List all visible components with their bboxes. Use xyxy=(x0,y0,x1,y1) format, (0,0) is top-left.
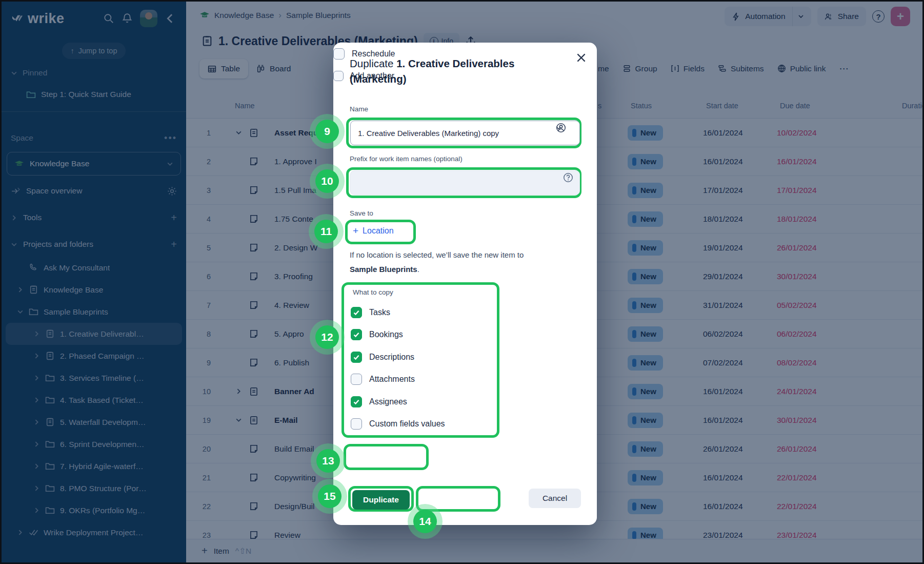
checkbox[interactable] xyxy=(351,307,362,318)
check-icon xyxy=(353,309,360,316)
annotation-badge-10: 10 xyxy=(315,169,339,193)
reschedule-checkbox[interactable] xyxy=(333,48,345,60)
copy-option-label: Bookings xyxy=(369,330,403,339)
checkbox[interactable] xyxy=(351,329,362,340)
annotation-badge-13: 13 xyxy=(316,449,340,473)
dialog-title-prefix: Duplicate xyxy=(350,57,396,69)
add-location-label: Location xyxy=(363,226,394,236)
what-to-copy-label: What to copy xyxy=(353,288,393,296)
annotation-badge-15: 15 xyxy=(318,484,342,508)
check-icon xyxy=(353,354,360,361)
copy-option-row[interactable]: Attachments xyxy=(351,368,489,391)
location-hint: If no location is selected, we’ll save t… xyxy=(350,248,570,277)
copy-option-row[interactable]: Tasks xyxy=(351,301,489,324)
checkbox[interactable] xyxy=(351,396,362,407)
chevron-down-icon xyxy=(556,125,561,131)
checkbox[interactable] xyxy=(351,352,362,363)
copy-option-row[interactable]: Bookings xyxy=(351,324,489,346)
prefix-input[interactable] xyxy=(350,170,580,195)
save-to-label: Save to xyxy=(350,209,373,217)
cancel-button-label: Cancel xyxy=(543,494,567,503)
copy-option-label: Assignees xyxy=(369,397,407,406)
annotation-badge-14: 14 xyxy=(413,510,437,533)
copy-option-row[interactable]: Descriptions xyxy=(351,346,489,368)
cancel-button[interactable]: Cancel xyxy=(529,489,581,508)
add-another-checkbox[interactable] xyxy=(333,71,344,81)
hint-default-location: Sample Blueprints xyxy=(350,265,417,274)
hint-line1: If no location is selected, we’ll save t… xyxy=(350,250,524,259)
check-icon xyxy=(353,398,360,405)
annotation-ring-reschedule xyxy=(344,444,429,470)
copy-option-label: Attachments xyxy=(369,375,415,384)
name-input[interactable] xyxy=(350,121,580,145)
copy-option-row[interactable]: Custom fields values xyxy=(351,413,489,436)
copy-option-label: Descriptions xyxy=(369,353,414,362)
annotation-ring-add-another xyxy=(416,486,500,512)
duplicate-button[interactable]: Duplicate xyxy=(352,490,410,510)
wrike-app-screen: wrike ↑ Jump to top Pinned xyxy=(0,0,924,564)
annotation-badge-11: 11 xyxy=(314,220,338,243)
plus-icon: + xyxy=(353,225,358,237)
copy-option-label: Custom fields values xyxy=(369,419,445,429)
annotation-badge-12: 12 xyxy=(315,325,339,349)
copy-option-label: Tasks xyxy=(369,308,390,317)
duplicate-button-label: Duplicate xyxy=(363,495,399,504)
prefix-field-label: Prefix for work item names (optional) xyxy=(350,155,463,163)
close-icon[interactable] xyxy=(573,50,589,65)
annotation-badge-9: 9 xyxy=(315,120,339,143)
hint-period: . xyxy=(417,265,419,274)
check-icon xyxy=(353,331,360,338)
dialog-title: Duplicate 1. Creative Deliverables (Mark… xyxy=(350,56,570,87)
checkbox[interactable] xyxy=(351,374,362,385)
duplicate-dialog: Duplicate 1. Creative Deliverables (Mark… xyxy=(333,43,597,525)
name-field-label: Name xyxy=(350,105,368,113)
copy-options-list: Tasks Bookings Descriptions Attachment xyxy=(351,301,489,435)
add-location-button[interactable]: + Location xyxy=(353,225,394,237)
copy-option-row[interactable]: Assignees xyxy=(351,391,489,413)
checkbox[interactable] xyxy=(351,418,362,430)
